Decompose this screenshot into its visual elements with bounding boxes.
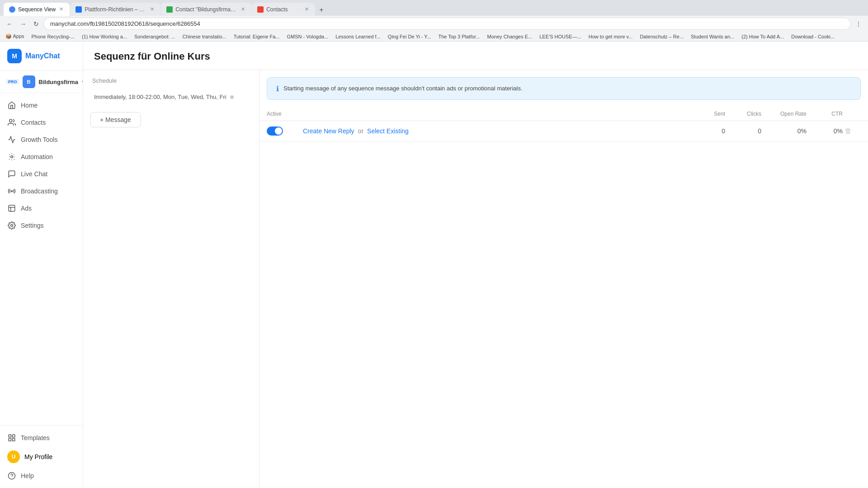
- sidebar-item-ads[interactable]: Ads: [0, 200, 83, 217]
- svg-rect-7: [13, 439, 15, 441]
- delete-row-button[interactable]: 🗑: [843, 125, 854, 136]
- tab-favicon-contact: [166, 6, 173, 13]
- new-tab-button[interactable]: +: [316, 4, 327, 16]
- tab-bar: Sequence View ✕ Plattform-Richtlinien – …: [0, 0, 868, 16]
- sidebar-item-label-templates: Templates: [21, 434, 50, 441]
- info-banner: ℹ Starting message of any sequence messa…: [267, 77, 861, 100]
- bookmark-16[interactable]: Download - Cooki...: [789, 33, 836, 40]
- app: M ManyChat PRO B Bildungsfirma ▾ Home Co…: [0, 42, 868, 488]
- workspace-selector[interactable]: PRO B Bildungsfirma ▾: [0, 71, 83, 93]
- sidebar-item-live-chat[interactable]: Live Chat: [0, 165, 83, 183]
- tab-label-sequence: Sequence View: [18, 6, 56, 13]
- info-banner-text: Starting message of any sequence message…: [283, 84, 523, 93]
- tab-close-contact[interactable]: ✕: [240, 5, 246, 13]
- schedule-header: Schedule: [90, 77, 252, 84]
- tab-contact[interactable]: Contact "Bildungsfirma" thro... ✕: [161, 3, 251, 16]
- sidebar-item-automation[interactable]: Automation: [0, 148, 83, 165]
- help-icon: [7, 471, 16, 480]
- sidebar-item-label-ads: Ads: [21, 205, 32, 212]
- browser-nav-actions: ⋮: [853, 19, 864, 29]
- extensions-button[interactable]: ⋮: [853, 19, 864, 29]
- select-existing-link[interactable]: Select Existing: [367, 127, 409, 135]
- address-bar[interactable]: manychat.com/fb198150208192O618/sequence…: [43, 18, 851, 30]
- bookmark-9[interactable]: The Top 3 Platfor...: [436, 33, 481, 40]
- table-row: Create New Reply or Select Existing 0 0 …: [259, 121, 868, 141]
- message-actions: Create New Reply or Select Existing: [303, 127, 689, 135]
- tab-sequence[interactable]: Sequence View ✕: [4, 3, 70, 16]
- sidebar-item-broadcasting[interactable]: Broadcasting: [0, 183, 83, 200]
- sidebar-item-templates[interactable]: Templates: [0, 429, 83, 446]
- tab-label-contacts: Contacts: [266, 6, 301, 13]
- sidebar-item-my-profile[interactable]: U My Profile: [0, 446, 83, 467]
- sidebar-item-home[interactable]: Home: [0, 97, 83, 114]
- workspace-name: Bildungsfirma: [39, 79, 78, 85]
- automation-icon: [7, 152, 16, 161]
- messages-panel: ℹ Starting message of any sequence messa…: [259, 70, 868, 488]
- tab-close-sequence[interactable]: ✕: [58, 5, 64, 13]
- toggle-knob: [275, 127, 282, 135]
- sidebar-item-label-home: Home: [21, 102, 38, 109]
- main-content: Sequenz für Online Kurs Schedule Immedia…: [83, 42, 868, 488]
- schedule-item[interactable]: Immediately, 18:00-22:00, Mon, Tue, Wed,…: [90, 89, 252, 105]
- broadcasting-icon: [7, 187, 16, 196]
- logo-text: ManyChat: [25, 52, 60, 60]
- bookmark-3[interactable]: Sonderangebot: ...: [132, 33, 177, 40]
- page-title: Sequenz für Online Kurs: [94, 51, 857, 62]
- col-header-active: Active: [267, 111, 303, 117]
- sidebar-item-label-automation: Automation: [21, 153, 53, 160]
- content-area: Schedule Immediately, 18:00-22:00, Mon, …: [83, 70, 868, 488]
- svg-rect-3: [9, 205, 15, 211]
- bookmark-8[interactable]: Qing Fei De Yi - Y...: [386, 33, 433, 40]
- bookmark-12[interactable]: How to get more v...: [587, 33, 635, 40]
- bookmark-4[interactable]: Chinese translatio...: [181, 33, 228, 40]
- sidebar-item-growth-tools[interactable]: Growth Tools: [0, 131, 83, 148]
- svg-point-1: [11, 156, 13, 158]
- browser-chrome: Sequence View ✕ Plattform-Richtlinien – …: [0, 0, 868, 42]
- row-actions: 🗑: [843, 127, 861, 135]
- svg-rect-5: [9, 435, 11, 437]
- svg-rect-6: [13, 435, 15, 437]
- schedule-dot: [230, 95, 234, 99]
- bookmark-6[interactable]: GMSN - Vologda...: [285, 33, 330, 40]
- bookmark-13[interactable]: Datenschutz – Re...: [638, 33, 685, 40]
- forward-button[interactable]: →: [17, 19, 29, 29]
- bookmark-2[interactable]: (1) How Working a...: [80, 33, 129, 40]
- bookmark-7[interactable]: Lessons Learned f...: [334, 33, 382, 40]
- bookmark-14[interactable]: Student Wants an...: [689, 33, 736, 40]
- page-header: Sequenz für Online Kurs: [83, 42, 868, 70]
- bookmark-15[interactable]: (2) How To Add A...: [740, 33, 786, 40]
- back-button[interactable]: ←: [4, 19, 15, 29]
- tab-close-plattform[interactable]: ✕: [149, 5, 155, 13]
- sidebar-item-settings[interactable]: Settings: [0, 217, 83, 234]
- bookmark-5[interactable]: Tutorial: Eigene Fa...: [232, 33, 282, 40]
- bookmark-10[interactable]: Money Changes E...: [486, 33, 534, 40]
- growth-tools-icon: [7, 135, 16, 144]
- info-icon: ℹ: [276, 84, 279, 93]
- templates-icon: [7, 433, 16, 442]
- tab-contacts[interactable]: Contacts ✕: [252, 3, 315, 16]
- sidebar-item-label-growth-tools: Growth Tools: [21, 136, 57, 143]
- profile-avatar: U: [7, 450, 20, 463]
- sidebar-item-label-broadcasting: Broadcasting: [21, 188, 58, 195]
- sidebar-item-contacts[interactable]: Contacts: [0, 114, 83, 131]
- ads-icon: [7, 204, 16, 213]
- bookmarks-bar: 📦 Apps Phone Recycling-... (1) How Worki…: [0, 32, 868, 42]
- tab-plattform[interactable]: Plattform-Richtlinien – Übers... ✕: [70, 3, 160, 16]
- schedule-panel: Schedule Immediately, 18:00-22:00, Mon, …: [83, 70, 259, 488]
- row-clicks: 0: [725, 127, 761, 135]
- tab-close-contacts[interactable]: ✕: [304, 5, 310, 13]
- bookmark-apps[interactable]: 📦 Apps: [4, 33, 26, 40]
- schedule-text: Immediately, 18:00-22:00, Mon, Tue, Wed,…: [94, 93, 226, 101]
- refresh-button[interactable]: ↻: [31, 19, 42, 29]
- add-message-button[interactable]: + Message: [90, 112, 141, 127]
- active-toggle[interactable]: [267, 127, 283, 136]
- sidebar-item-help[interactable]: Help: [0, 467, 83, 484]
- bookmark-11[interactable]: LEE'S HOUSE—...: [538, 33, 583, 40]
- svg-point-2: [11, 191, 13, 192]
- col-header-open-rate: Open Rate: [761, 111, 807, 117]
- col-header-sent: Sent: [689, 111, 725, 117]
- bookmark-1[interactable]: Phone Recycling-...: [30, 33, 76, 40]
- create-new-reply-link[interactable]: Create New Reply: [303, 127, 354, 135]
- row-ctr: 0%: [807, 127, 843, 135]
- tab-favicon-sequence: [9, 6, 15, 13]
